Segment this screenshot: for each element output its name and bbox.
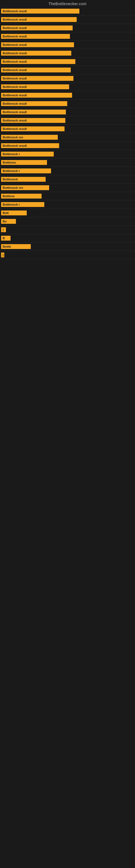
bottleneck-label-25: Bo [1,219,16,224]
bottleneck-label-10: Bottleneck result [1,93,72,98]
row-8: Bottleneck result [0,74,135,83]
row-16: Bottleneck result [0,142,135,150]
bottleneck-bar-28: Bottle [1,244,135,249]
bottleneck-label-14: Bottleneck result [1,126,64,131]
bottleneck-label-20: Bottleneck [1,177,46,182]
bottleneck-label-0: Bottleneck result [1,9,79,13]
rows-container: Bottleneck resultBottleneck resultBottle… [0,7,135,259]
row-2: Bottleneck result [0,24,135,32]
bottleneck-label-12: Bottleneck result [1,110,66,115]
bottleneck-bar-5: Bottleneck result [1,51,135,56]
bottleneck-bar-14: Bottleneck result [1,126,135,131]
bottleneck-bar-12: Bottleneck result [1,110,135,115]
bottleneck-bar-4: Bottleneck result [1,42,135,47]
bottleneck-label-1: Bottleneck result [1,17,77,22]
bottleneck-label-5: Bottleneck result [1,51,71,56]
row-29: | [0,251,135,259]
bottleneck-label-8: Bottleneck result [1,76,74,81]
row-1: Bottleneck result [0,16,135,24]
bottleneck-bar-1: Bottleneck result [1,17,135,22]
bottleneck-bar-8: Bottleneck result [1,76,135,81]
bottleneck-bar-19: Bottleneck r [1,168,135,173]
bottleneck-label-29: | [1,252,4,257]
row-14: Bottleneck result [0,125,135,133]
bottleneck-label-6: Bottleneck result [1,59,75,64]
bottleneck-bar-2: Bottleneck result [1,26,135,30]
bottleneck-bar-9: Bottleneck result [1,84,135,89]
bottleneck-bar-15: Bottleneck res [1,135,135,140]
bottleneck-label-18: Bottlenec [1,160,47,165]
row-15: Bottleneck res [0,133,135,142]
bottleneck-bar-20: Bottleneck [1,177,135,182]
bottleneck-bar-29: | [1,252,135,257]
bottleneck-label-15: Bottleneck res [1,135,58,140]
bottleneck-label-4: Bottleneck result [1,42,74,47]
bottleneck-bar-22: Bottlene [1,194,135,198]
row-0: Bottleneck result [0,7,135,16]
row-9: Bottleneck result [0,83,135,91]
row-10: Bottleneck result [0,91,135,99]
bottleneck-bar-7: Bottleneck result [1,67,135,72]
row-13: Bottleneck result [0,116,135,125]
bottleneck-bar-11: Bottleneck result [1,101,135,106]
row-27: B [0,234,135,243]
row-28: Bottle [0,243,135,251]
bottleneck-bar-27: B [1,236,135,241]
bottleneck-bar-13: Bottleneck result [1,118,135,123]
bottleneck-label-23: Bottleneck r [1,202,44,207]
row-5: Bottleneck result [0,49,135,58]
bottleneck-label-19: Bottleneck r [1,168,51,173]
bottleneck-label-16: Bottleneck result [1,143,59,148]
bottleneck-label-13: Bottleneck result [1,118,65,123]
bottleneck-bar-24: Bott [1,211,135,215]
row-4: Bottleneck result [0,41,135,49]
bottleneck-bar-16: Bottleneck result [1,143,135,148]
row-17: Bottleneck r [0,150,135,158]
bottleneck-label-27: B [1,236,10,241]
row-21: Bottleneck res [0,184,135,192]
row-6: Bottleneck result [0,58,135,66]
bottleneck-bar-21: Bottleneck res [1,185,135,190]
bottleneck-bar-3: Bottleneck result [1,34,135,39]
bottleneck-label-26: | [1,227,6,232]
row-26: | [0,226,135,234]
bottleneck-bar-25: Bo [1,219,135,224]
row-22: Bottlene [0,192,135,200]
row-12: Bottleneck result [0,108,135,116]
bottleneck-bar-23: Bottleneck r [1,202,135,207]
bottleneck-label-11: Bottleneck result [1,101,67,106]
row-3: Bottleneck result [0,32,135,41]
bottleneck-bar-10: Bottleneck result [1,93,135,98]
bottleneck-label-28: Bottle [1,244,31,249]
row-24: Bott [0,209,135,217]
bottleneck-label-24: Bott [1,211,27,215]
bottleneck-bar-0: Bottleneck result [1,9,135,13]
bottleneck-bar-26: | [1,227,135,232]
bottleneck-label-22: Bottlene [1,194,42,198]
bottleneck-label-7: Bottleneck result [1,67,71,72]
bottleneck-label-9: Bottleneck result [1,84,69,89]
bottleneck-bar-18: Bottlenec [1,160,135,165]
bottleneck-bar-17: Bottleneck r [1,152,135,156]
bottleneck-label-17: Bottleneck r [1,152,54,156]
bottleneck-bar-6: Bottleneck result [1,59,135,64]
bottleneck-label-3: Bottleneck result [1,34,70,39]
row-19: Bottleneck r [0,167,135,175]
row-23: Bottleneck r [0,200,135,209]
site-title: TheBottlenecker.com [0,0,135,7]
row-20: Bottleneck [0,175,135,184]
row-18: Bottlenec [0,158,135,167]
bottleneck-label-21: Bottleneck res [1,185,49,190]
row-11: Bottleneck result [0,99,135,108]
row-7: Bottleneck result [0,66,135,74]
row-25: Bo [0,217,135,226]
bottleneck-label-2: Bottleneck result [1,26,73,30]
